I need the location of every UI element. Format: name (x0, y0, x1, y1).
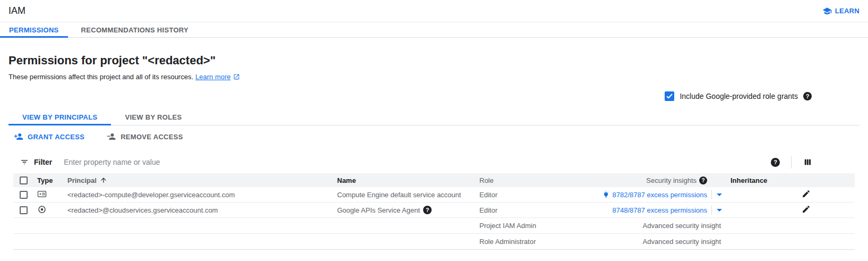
filter-label: Filter (34, 158, 52, 166)
include-role-grants-row: Include Google-provided role grants ? (8, 91, 860, 101)
col-header-role[interactable]: Role (479, 176, 591, 184)
caret-cell (711, 203, 727, 217)
excess-permissions-link[interactable]: 8782/8787 excess permissions (613, 191, 708, 199)
role-cell: Editor (479, 206, 591, 214)
col-header-principal[interactable]: Principal (67, 176, 337, 184)
service-agent-help-icon[interactable]: ? (423, 206, 432, 214)
tab-view-by-principals[interactable]: VIEW BY PRINCIPALS (8, 109, 111, 125)
security-insight-cell: 8748/8787 excess permissions (591, 206, 711, 214)
security-insights-header-label: Security insights (646, 176, 697, 184)
role-cell: Role Administrator (479, 238, 591, 246)
name-cell: Google APIs Service Agent ? (337, 206, 479, 214)
insight-lightbulb-icon (602, 191, 610, 199)
tab-recommendations-history[interactable]: RECOMMENDATIONS HISTORY (72, 22, 197, 37)
include-role-grants-label: Include Google-provided role grants (680, 92, 798, 100)
edit-pencil-icon[interactable] (802, 205, 811, 214)
principal-cell: <redacted>-compute@developer.gserviceacc… (67, 191, 337, 199)
learn-more-link[interactable]: Learn more (195, 73, 230, 81)
col-header-inheritance[interactable]: Inheritance (727, 176, 788, 184)
type-cell (33, 205, 67, 216)
actions-toolbar: GRANT ACCESS REMOVE ACCESS (0, 125, 868, 145)
grant-access-button[interactable]: GRANT ACCESS (14, 132, 84, 141)
row-checkbox[interactable] (20, 206, 28, 214)
learn-button[interactable]: LEARN (822, 6, 860, 16)
name-cell: Compute Engine default service account (337, 191, 479, 199)
table-row: <redacted>@cloudservices.gserviceaccount… (13, 203, 855, 218)
principal-cell: <redacted>@cloudservices.gserviceaccount… (67, 206, 337, 214)
include-role-grants-checkbox[interactable] (665, 91, 674, 101)
role-cell: Project IAM Admin (479, 222, 591, 230)
expand-insight-caret-icon[interactable] (717, 193, 722, 196)
filter-right-controls: ? (771, 156, 855, 169)
edit-pencil-icon[interactable] (802, 189, 811, 198)
expand-insight-caret-icon[interactable] (717, 209, 722, 212)
service-account-icon (37, 190, 47, 198)
tab-view-by-roles[interactable]: VIEW BY ROLES (111, 109, 195, 125)
excess-permissions-link[interactable]: 8748/8787 excess permissions (613, 206, 708, 214)
sort-ascending-icon (100, 176, 107, 184)
external-link-icon (233, 73, 240, 80)
help-icon[interactable]: ? (803, 92, 812, 100)
table-help-icon[interactable]: ? (771, 158, 780, 167)
edit-cell (788, 189, 855, 200)
learn-label: LEARN (835, 7, 860, 15)
grant-access-label: GRANT ACCESS (28, 133, 84, 141)
row-checkbox[interactable] (20, 191, 28, 199)
edit-cell (788, 205, 855, 215)
select-all-cell (13, 176, 33, 184)
filter-input[interactable] (64, 158, 771, 166)
permissions-table: Type Principal Name Role Security insigh… (13, 173, 855, 250)
filter-icon (20, 158, 29, 166)
security-insight-cell: Advanced security insight (591, 222, 727, 230)
top-tab-bar: PERMISSIONS RECOMMENDATIONS HISTORY (0, 22, 868, 38)
view-tab-bar: VIEW BY PRINCIPALS VIEW BY ROLES (8, 109, 860, 125)
row-select-cell (13, 191, 33, 199)
filter-bar: Filter ? (13, 153, 855, 171)
description-text: These permissions affect this project an… (8, 73, 193, 81)
divider (791, 156, 792, 169)
service-agent-icon (37, 205, 47, 214)
tab-permissions[interactable]: PERMISSIONS (0, 22, 68, 37)
table-row: <redacted>-compute@developer.gserviceacc… (13, 187, 855, 203)
type-cell (33, 190, 67, 200)
remove-access-label: REMOVE ACCESS (121, 133, 183, 141)
col-header-security-insights[interactable]: Security insights ? (591, 176, 711, 184)
security-insight-cell: 8782/8787 excess permissions (591, 191, 711, 199)
name-label: Google APIs Service Agent (337, 206, 420, 214)
role-subrow: Role Administrator Advanced security ins… (13, 234, 855, 250)
select-all-checkbox[interactable] (20, 176, 28, 184)
caret-cell (711, 187, 727, 202)
divider (711, 205, 712, 215)
page-title: IAM (8, 5, 25, 16)
role-cell: Editor (479, 191, 591, 199)
row-select-cell (13, 206, 33, 214)
person-remove-icon (107, 132, 116, 141)
role-subrow: Project IAM Admin Advanced security insi… (13, 218, 855, 234)
page-head: Permissions for project "<redacted>" The… (0, 38, 868, 125)
remove-access-button[interactable]: REMOVE ACCESS (107, 132, 183, 141)
app-bar: IAM LEARN (0, 0, 868, 22)
graduation-cap-icon (822, 6, 832, 16)
permissions-description: These permissions affect this project an… (8, 73, 860, 81)
col-header-type[interactable]: Type (33, 176, 67, 184)
col-header-name[interactable]: Name (337, 176, 479, 184)
security-insight-cell: Advanced security insight (591, 238, 727, 246)
permissions-heading: Permissions for project "<redacted>" (8, 54, 860, 68)
column-display-icon[interactable] (803, 157, 812, 167)
person-add-icon (14, 132, 23, 141)
security-insights-help-icon[interactable]: ? (699, 176, 707, 184)
principal-header-label: Principal (67, 176, 97, 184)
table-header-row: Type Principal Name Role Security insigh… (13, 173, 855, 187)
divider (711, 190, 712, 199)
